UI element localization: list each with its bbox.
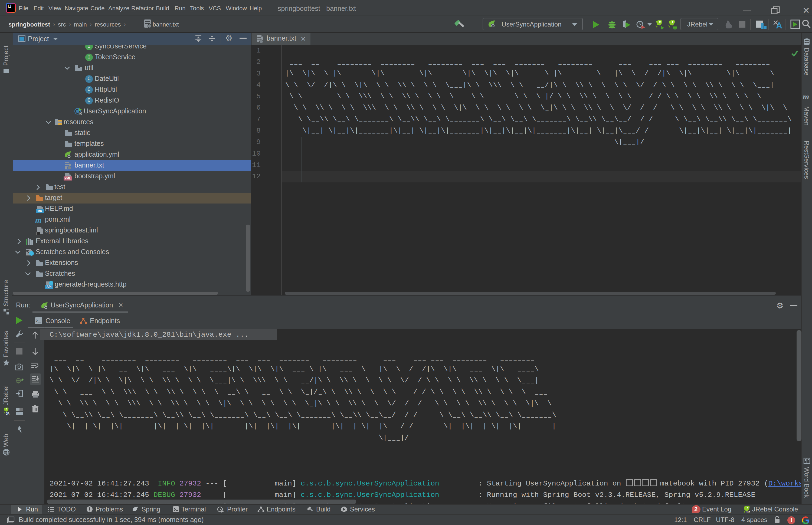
svg-text:JR: JR bbox=[746, 510, 750, 514]
svg-text:JR: JR bbox=[6, 412, 10, 415]
